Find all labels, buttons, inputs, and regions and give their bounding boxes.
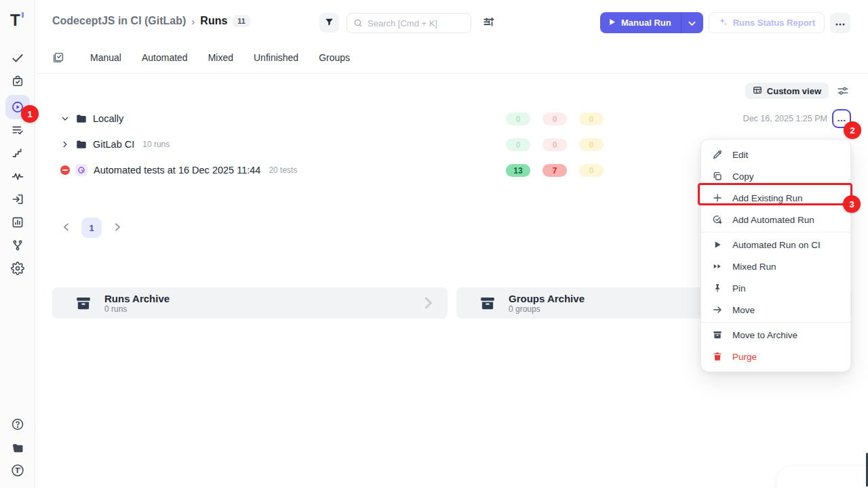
annotation-step-3: 3: [843, 195, 861, 213]
run-date: Dec 16, 2025 1:25 PM: [743, 114, 827, 123]
tab-unfinished[interactable]: Unfinished: [254, 52, 298, 63]
folder-icon[interactable]: [11, 441, 24, 455]
menu-item-add-automated-run[interactable]: Add Automated Run: [701, 209, 850, 230]
manual-run-button[interactable]: Manual Run: [600, 12, 681, 33]
archive-box-icon: [75, 294, 92, 312]
run-context-menu: Edit Copy Add Existing Run Add Automated…: [701, 139, 851, 372]
list-toolbar: Custom view: [52, 74, 852, 106]
chevron-down-icon[interactable]: [60, 114, 70, 123]
next-page-button[interactable]: [111, 221, 124, 235]
arrow-right-icon: [712, 304, 723, 315]
menu-item-label: Pin: [732, 283, 746, 293]
fast-forward-icon: [712, 261, 723, 272]
menu-item-label: Purge: [732, 352, 757, 362]
breadcrumb: CodeceptJS in CI (GitLab) › Runs 11: [52, 15, 250, 27]
tab-mixed[interactable]: Mixed: [208, 52, 233, 63]
menu-item-label: Move to Archive: [732, 330, 797, 340]
passed-count-badge: 0: [506, 113, 530, 125]
manual-run-dropdown-button[interactable]: [682, 12, 703, 33]
branch-icon[interactable]: [11, 239, 24, 252]
app-window: T: [0, 0, 868, 488]
svg-text:T: T: [15, 466, 20, 474]
archive-card-text: Runs Archive 0 runs: [104, 293, 408, 314]
menu-item-add-existing-run[interactable]: Add Existing Run: [701, 187, 850, 209]
menu-item-edit[interactable]: Edit: [701, 144, 850, 165]
previous-page-button[interactable]: [59, 221, 73, 235]
folder-icon: [75, 138, 87, 150]
tab-automated[interactable]: Automated: [142, 52, 188, 63]
chevron-right-icon: [420, 296, 435, 310]
stairs-icon[interactable]: [11, 146, 24, 160]
search-input[interactable]: [368, 18, 465, 28]
ellipsis-icon: [837, 114, 846, 124]
menu-item-copy[interactable]: Copy: [701, 165, 850, 187]
chevron-right-icon: [115, 223, 121, 233]
help-icon[interactable]: [11, 418, 24, 431]
tab-groups[interactable]: Groups: [319, 52, 350, 63]
top-header: CodeceptJS in CI (GitLab) › Runs 11 Manu…: [35, 0, 868, 43]
menu-item-automated-run-on-ci[interactable]: Automated Run on CI: [701, 234, 850, 256]
pin-icon: [712, 283, 723, 293]
skipped-count-badge: 0: [579, 113, 604, 125]
logo-circle-icon[interactable]: T: [11, 464, 24, 477]
result-badges: 0 0 0: [506, 113, 604, 125]
page-title: Runs: [200, 15, 227, 27]
header-actions: Manual Run Runs Status Report: [600, 12, 850, 33]
menu-item-label: Add Automated Run: [732, 215, 814, 225]
filter-button[interactable]: [319, 13, 339, 33]
app-logo[interactable]: T: [9, 11, 26, 30]
breadcrumb-project[interactable]: CodeceptJS in CI (GitLab): [52, 15, 186, 27]
filter-settings-button[interactable]: [481, 15, 496, 30]
runs-status-report-button[interactable]: Runs Status Report: [709, 12, 825, 33]
svg-text:T: T: [10, 11, 20, 29]
select-all-icon[interactable]: [52, 52, 64, 64]
activity-icon[interactable]: [11, 169, 24, 183]
sign-in-icon[interactable]: [11, 192, 24, 206]
runs-archive-card[interactable]: Runs Archive 0 runs: [52, 287, 448, 319]
menu-item-purge[interactable]: Purge: [701, 346, 850, 367]
result-badges: 0 0 0: [506, 138, 604, 151]
menu-item-mixed-run[interactable]: Mixed Run: [701, 256, 850, 277]
page-number-button[interactable]: 1: [81, 218, 102, 238]
check-icon[interactable]: [11, 52, 24, 65]
chevron-right-icon[interactable]: [60, 140, 70, 149]
annotation-step-1: 1: [21, 105, 39, 123]
header-more-button[interactable]: [830, 13, 850, 33]
manual-run-split-button: Manual Run: [600, 12, 703, 33]
copy-icon: [712, 171, 723, 182]
manual-run-label: Manual Run: [621, 18, 671, 28]
tab-manual[interactable]: Manual: [90, 52, 121, 63]
run-meta: 20 tests: [269, 165, 297, 175]
view-settings-button[interactable]: [837, 85, 849, 96]
menu-divider: [701, 232, 850, 232]
bar-chart-icon[interactable]: [11, 216, 24, 229]
sidebar: T: [0, 0, 35, 488]
archive-card-title: Runs Archive: [104, 293, 408, 304]
archive-icon: [712, 329, 723, 340]
gear-icon[interactable]: [11, 262, 24, 275]
clipboard-check-icon[interactable]: [11, 75, 24, 88]
list-check-icon[interactable]: [11, 123, 24, 137]
check-circle-plus-icon: [712, 214, 723, 225]
search-box[interactable]: [347, 13, 471, 33]
custom-view-button[interactable]: Custom view: [745, 83, 829, 99]
run-group-name[interactable]: GitLab CI: [93, 139, 134, 150]
menu-item-move[interactable]: Move: [701, 299, 850, 321]
skipped-count-badge: 0: [579, 164, 604, 177]
run-group-name[interactable]: Locally: [93, 113, 123, 124]
chat-widget[interactable]: [776, 466, 868, 488]
run-group-row-locally[interactable]: Locally 0 0 0 Dec 16, 2025 1:25 PM: [52, 106, 852, 131]
failed-count-badge: 7: [542, 164, 567, 177]
sliders-icon: [837, 88, 849, 98]
menu-item-move-to-archive[interactable]: Move to Archive: [701, 324, 850, 346]
pencil-icon: [712, 149, 723, 160]
automated-run-icon: [75, 164, 87, 176]
failed-count-badge: 0: [542, 138, 567, 151]
folder-icon: [75, 113, 87, 125]
breadcrumb-separator: ›: [191, 16, 195, 27]
menu-item-label: Add Existing Run: [732, 193, 803, 203]
run-group-meta: 10 runs: [142, 140, 170, 149]
run-name[interactable]: Automated tests at 16 Dec 2025 11:44: [94, 165, 260, 176]
menu-item-pin[interactable]: Pin: [701, 277, 850, 299]
menu-divider: [701, 322, 850, 323]
